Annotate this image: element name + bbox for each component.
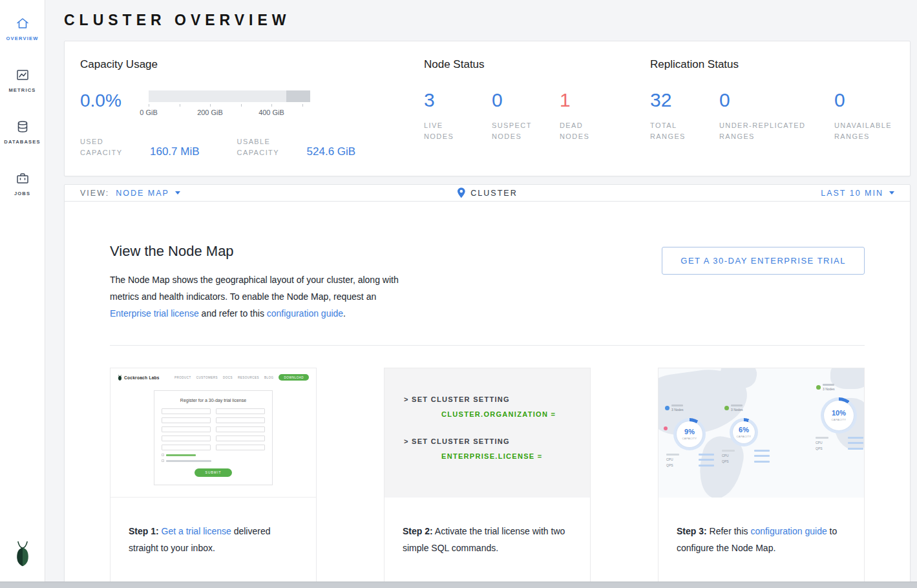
capacity-usage-section: Capacity Usage 0.0% 0 GiB 200 GiB 400 Gi… — [80, 58, 424, 156]
map-region-label: 3 Nodes — [724, 404, 743, 412]
step1-card: Cockroach Labs PRODUCT CUSTOMERS DOCS RE… — [110, 368, 317, 584]
unavailable-ranges-value: 0 — [834, 89, 845, 110]
chevron-down-icon — [175, 191, 180, 194]
sidebar-item-metrics[interactable]: METRICS — [0, 61, 45, 112]
cpu-row-label: CPU — [666, 457, 673, 461]
node-locality-dot-icon — [724, 406, 729, 410]
main-content: CLUSTER OVERVIEW Capacity Usage 0.0% 0 G… — [46, 0, 917, 582]
trial-registration-form: Register for a 30-day trial license SUBM… — [154, 390, 273, 485]
cpu-row-label: CPU — [722, 454, 729, 457]
suspect-nodes-stat: 0 SUSPECT NODES — [492, 90, 560, 142]
region-stats: CPU QPS — [722, 450, 770, 465]
view-toolbar: VIEW: NODE MAP CLUSTER LAST 10 MIN — [65, 185, 910, 202]
usable-capacity-label: USABLE CAPACITY — [237, 136, 291, 158]
sidebar-item-jobs[interactable]: JOBS — [0, 164, 45, 216]
capacity-tick-0: 0 GiB — [140, 109, 158, 116]
time-range-selector[interactable]: LAST 10 MIN — [821, 189, 894, 198]
node-status-title: Node Status — [424, 58, 650, 71]
region-capacity-percent: 10% — [832, 410, 846, 417]
submit-button-preview: SUBMIT — [195, 468, 232, 477]
capacity-used-percent: 0.0% — [80, 90, 140, 118]
registration-form-title: Register for a 30-day trial license — [162, 398, 265, 403]
step1-caption: Step 1: Get a trial license delivered st… — [111, 507, 316, 574]
configuration-guide-link[interactable]: configuration guide — [750, 526, 827, 536]
live-nodes-value: 3 — [424, 89, 435, 110]
brand-text: Cockroach Labs — [124, 375, 160, 380]
database-icon — [15, 119, 30, 134]
step3-text: Refer this — [707, 526, 751, 536]
region-node-count: 3 Nodes — [671, 408, 684, 412]
nav-item: PRODUCT — [174, 376, 191, 379]
sidebar-item-overview[interactable]: OVERVIEW — [0, 9, 45, 61]
region-stats: CPU QPS — [666, 454, 714, 469]
description-text: The Node Map shows the geographical layo… — [110, 275, 399, 302]
suspect-nodes-value: 0 — [492, 89, 503, 110]
cluster-breadcrumb[interactable]: CLUSTER — [457, 187, 517, 198]
region-capacity-label: CAPACITY — [682, 437, 697, 440]
region-capacity-label: CAPACITY — [832, 418, 847, 421]
step3-node-map-preview: 3 Nodes 9% CAPACITY CPU QPS — [659, 368, 864, 498]
step1-label: Step 1: — [129, 526, 159, 536]
sidebar: OVERVIEW METRICS DATABASES JOBS — [0, 0, 45, 582]
sql-command: > SET CLUSTER SETTING — [404, 395, 590, 403]
enterprise-trial-button[interactable]: GET A 30-DAY ENTERPRISE TRIAL — [662, 247, 865, 275]
enterprise-trial-license-link[interactable]: Enterprise trial license — [110, 308, 199, 319]
region-capacity-percent: 6% — [739, 426, 749, 434]
step2-label: Step 2: — [403, 526, 433, 536]
sidebar-item-label: JOBS — [14, 191, 30, 196]
sql-setting: ENTERPRISE.LICENSE = — [404, 452, 590, 460]
cockroach-labs-brand: Cockroach Labs — [118, 375, 160, 381]
dead-nodes-stat: 1 DEAD NODES — [560, 90, 650, 142]
node-status-section: Node Status 3 LIVE NODES 0 SUSPECT NODES… — [424, 58, 650, 156]
replication-status-title: Replication Status — [650, 58, 894, 71]
capacity-tick-200: 200 GiB — [197, 109, 223, 116]
total-ranges-label: TOTAL RANGES — [650, 120, 688, 142]
cockroach-mini-logo-icon — [118, 375, 122, 381]
node-locality-dot-icon — [665, 406, 669, 410]
configuration-guide-link[interactable]: configuration guide — [267, 308, 343, 319]
get-trial-license-link[interactable]: Get a trial license — [162, 526, 231, 536]
node-locality-dot-icon — [816, 385, 821, 390]
suspect-node-dot-icon — [664, 426, 668, 430]
sidebar-item-label: OVERVIEW — [6, 36, 39, 41]
used-capacity-label: USED CAPACITY — [80, 136, 134, 158]
capacity-usage-title: Capacity Usage — [80, 58, 424, 71]
qps-row-label: QPS — [666, 463, 673, 467]
sidebar-item-label: METRICS — [8, 87, 36, 93]
under-replicated-ranges-stat: 0 UNDER-REPLICATED RANGES — [719, 90, 834, 142]
metrics-chart-icon — [15, 67, 30, 83]
qps-row-label: QPS — [722, 459, 729, 463]
map-region-label: 3 Nodes — [816, 384, 835, 391]
step2-caption: Step 2: Activate the trial license with … — [385, 507, 590, 574]
region-capacity-donut: 9% CAPACITY — [673, 418, 706, 450]
view-label: VIEW: — [80, 189, 109, 198]
chevron-down-icon — [889, 191, 894, 194]
sql-setting: CLUSTER.ORGANIZATION = — [404, 410, 590, 418]
description-text: . — [343, 308, 346, 319]
cluster-summary-card: Capacity Usage 0.0% 0 GiB 200 GiB 400 Gi… — [64, 41, 911, 176]
step1-registration-thumbnail: Cockroach Labs PRODUCT CUSTOMERS DOCS RE… — [111, 368, 316, 498]
download-pill: DOWNLOAD — [279, 374, 309, 381]
usable-capacity-value: 524.6 GiB — [307, 145, 356, 158]
nav-item: BLOG — [264, 376, 274, 379]
sidebar-item-databases[interactable]: DATABASES — [0, 112, 45, 164]
region-capacity-label: CAPACITY — [737, 435, 752, 438]
used-capacity-value: 160.7 MiB — [150, 145, 200, 158]
location-pin-icon — [457, 187, 465, 198]
sql-command: > SET CLUSTER SETTING — [404, 437, 590, 445]
nav-item: DOCS — [223, 376, 233, 379]
view-selector[interactable]: NODE MAP — [116, 189, 180, 198]
region-stats: CPU QPS — [816, 437, 863, 452]
page-title: CLUSTER OVERVIEW — [64, 12, 911, 29]
node-map-panel: View the Node Map The Node Map shows the… — [65, 202, 910, 584]
region-capacity-donut: 6% CAPACITY — [730, 418, 758, 446]
map-region-label: 3 Nodes — [665, 404, 684, 412]
unavailable-ranges-label: UNAVAILABLE RANGES — [834, 120, 894, 142]
view-selector-value: NODE MAP — [116, 189, 169, 198]
time-range-value: LAST 10 MIN — [821, 189, 883, 198]
horizontal-scrollbar[interactable] — [0, 582, 917, 588]
live-nodes-label: LIVE NODES — [424, 120, 461, 142]
region-node-count: 3 Nodes — [823, 387, 835, 391]
cpu-row-label: CPU — [816, 441, 823, 445]
region-node-count: 3 Nodes — [731, 408, 743, 412]
